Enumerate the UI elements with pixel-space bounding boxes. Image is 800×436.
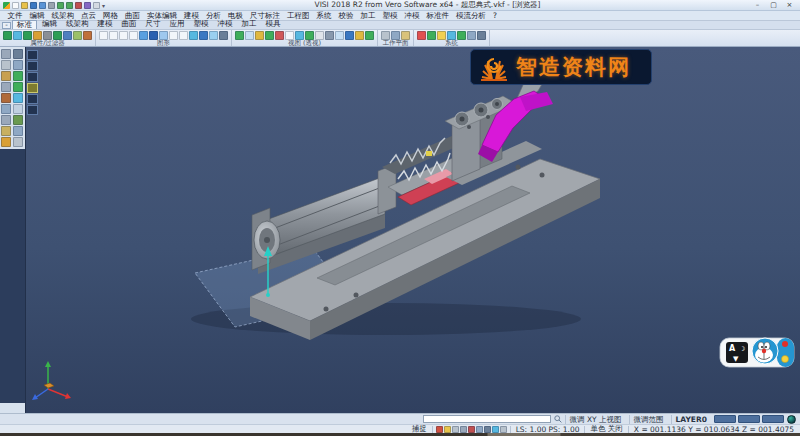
snap-option-icon[interactable]	[468, 426, 475, 433]
toolbar-icon[interactable]	[345, 31, 354, 40]
left-toolbar-icon[interactable]	[13, 137, 23, 147]
left-toolbar-icon[interactable]	[1, 49, 11, 59]
status-button-2[interactable]	[762, 415, 784, 423]
toolbar-icon[interactable]	[139, 31, 148, 40]
toolbar-icon[interactable]	[457, 31, 466, 40]
quick-access-icon[interactable]	[84, 2, 91, 9]
side-panel-tab-3[interactable]	[27, 83, 38, 93]
search-icon[interactable]	[554, 415, 562, 423]
toolbar-icon[interactable]	[3, 31, 12, 40]
left-toolbar-icon[interactable]	[1, 71, 11, 81]
toolbar-icon[interactable]	[169, 31, 178, 40]
snap-option-icon[interactable]	[492, 426, 499, 433]
quick-access-icon[interactable]	[30, 2, 37, 9]
left-toolbar-icon[interactable]	[13, 49, 23, 59]
side-panel-tab-5[interactable]	[27, 105, 38, 115]
quick-access-icon[interactable]	[39, 2, 46, 9]
toolbar-icon[interactable]	[255, 31, 264, 40]
quick-access-icon[interactable]	[48, 2, 55, 9]
menu-item-12[interactable]: 系统	[313, 11, 335, 20]
toolbar-icon[interactable]	[73, 31, 82, 40]
toolbar-icon[interactable]	[109, 31, 118, 40]
menu-item-15[interactable]: 塑模	[379, 11, 401, 20]
left-toolbar-icon[interactable]	[13, 104, 23, 114]
quick-access-icon[interactable]	[12, 2, 19, 9]
left-toolbar-icon[interactable]	[1, 115, 11, 125]
toolbar-icon[interactable]	[467, 31, 476, 40]
toolbar-icon[interactable]	[235, 31, 244, 40]
toolbar-icon[interactable]	[335, 31, 344, 40]
toolbar-icon[interactable]	[129, 31, 138, 40]
toolbar-icon[interactable]	[417, 31, 426, 40]
quick-access-caret-icon[interactable]: ▾	[102, 2, 105, 9]
menu-item-14[interactable]: 加工	[357, 11, 379, 20]
snap-option-icon[interactable]	[500, 426, 507, 433]
snap-option-icon[interactable]	[452, 426, 459, 433]
left-toolbar-icon[interactable]	[13, 93, 23, 103]
snap-range-indicator[interactable]: 微调范围	[629, 415, 668, 424]
snap-option-icon[interactable]	[476, 426, 483, 433]
status-button-1[interactable]	[738, 415, 760, 423]
toolbar-icon[interactable]	[199, 31, 208, 40]
toolbar-icon[interactable]	[219, 31, 228, 40]
left-toolbar-icon[interactable]	[13, 60, 23, 70]
toolbar-icon[interactable]	[275, 31, 284, 40]
toolbar-icon[interactable]	[189, 31, 198, 40]
toolbar-icon[interactable]	[265, 31, 274, 40]
quick-access-icon[interactable]	[66, 2, 73, 9]
toolbar-icon[interactable]	[325, 31, 334, 40]
3d-viewport[interactable]: 智造资料网 A ☽ ▼	[26, 47, 800, 413]
snap-option-icon[interactable]	[460, 426, 467, 433]
toolbar-icon[interactable]	[245, 31, 254, 40]
menu-item-17[interactable]: 标准件	[423, 11, 453, 20]
left-toolbar-icon[interactable]	[13, 82, 23, 92]
snap-option-icon[interactable]	[436, 426, 443, 433]
left-toolbar-icon[interactable]	[1, 82, 11, 92]
side-panel-tab-2[interactable]	[27, 72, 38, 82]
minimize-button[interactable]: –	[750, 1, 765, 10]
left-toolbar-icon[interactable]	[1, 104, 11, 114]
toolbar-icon[interactable]	[427, 31, 436, 40]
command-input[interactable]	[423, 415, 551, 423]
cad-model[interactable]	[26, 47, 800, 413]
menu-item-16[interactable]: 冲模	[401, 11, 423, 20]
snap-option-icon[interactable]	[484, 426, 491, 433]
side-panel-tab-1[interactable]	[27, 61, 38, 71]
toolbar-icon[interactable]	[477, 31, 486, 40]
toolbar-icon[interactable]	[179, 31, 188, 40]
quick-access-icon[interactable]	[93, 2, 100, 9]
left-toolbar-icon[interactable]	[1, 93, 11, 103]
quick-access-icon[interactable]	[21, 2, 28, 9]
toolbar-icon[interactable]	[355, 31, 364, 40]
layer-indicator[interactable]: LAYER0	[671, 415, 711, 424]
side-panel-tab-4[interactable]	[27, 94, 38, 104]
toolbar-icon[interactable]	[365, 31, 374, 40]
status-button-0[interactable]	[714, 415, 736, 423]
status-sphere-icon[interactable]	[787, 415, 796, 424]
left-toolbar-icon[interactable]	[1, 126, 11, 136]
toolbar-icon[interactable]	[209, 31, 218, 40]
snap-option-icon[interactable]	[444, 426, 451, 433]
menu-item-18[interactable]: 模流分析	[453, 11, 490, 20]
left-toolbar-icon[interactable]	[13, 126, 23, 136]
quick-access-icon[interactable]	[75, 2, 82, 9]
left-toolbar-icon[interactable]	[13, 71, 23, 81]
menu-item-13[interactable]: 校验	[335, 11, 357, 20]
snap-view-indicator[interactable]: 微调 XY 上视图	[565, 415, 626, 424]
menu-item-19[interactable]: ?	[490, 11, 501, 20]
toolbar-icon[interactable]	[119, 31, 128, 40]
toolbar-icon[interactable]	[13, 31, 22, 40]
menu-item-0[interactable]: 文件	[4, 11, 26, 20]
maximize-button[interactable]: ▢	[766, 1, 781, 10]
side-panel-tab-0[interactable]	[27, 50, 38, 60]
left-toolbar-icon[interactable]	[1, 60, 11, 70]
left-toolbar-icon[interactable]	[1, 137, 11, 147]
menu-item-11[interactable]: 工程图	[284, 11, 314, 20]
close-button[interactable]: ×	[782, 1, 797, 10]
left-toolbar-icon[interactable]	[13, 115, 23, 125]
doraemon-widget[interactable]: A ☽ ▼	[719, 335, 795, 369]
toolbar-collapse-button[interactable]: -	[2, 22, 11, 29]
quick-access-icon[interactable]	[57, 2, 64, 9]
toolbar-icon[interactable]	[83, 31, 92, 40]
toolbar-icon[interactable]	[99, 31, 108, 40]
